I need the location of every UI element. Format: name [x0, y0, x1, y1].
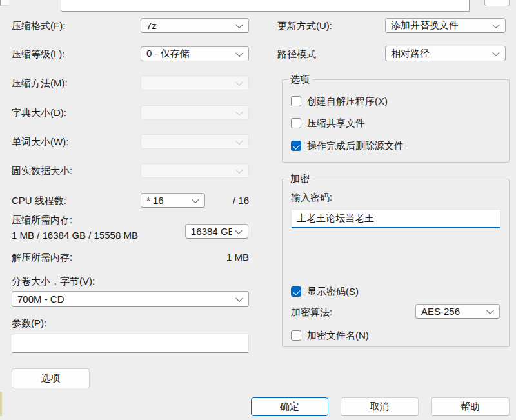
help-button-label: 帮助: [461, 401, 480, 413]
ok-button[interactable]: 确定: [251, 397, 328, 416]
level-value: 0 - 仅存储: [146, 48, 190, 60]
memory-compress-select[interactable]: 16384 GB: [185, 224, 248, 239]
options-group: 选项 创建自解压程序(X) 压缩共享文件 操作完成后删除源文件: [282, 79, 510, 163]
threads-max-text: / 16: [219, 195, 249, 206]
checkbox-label: 加密文件名(N): [307, 330, 369, 341]
level-label: 压缩等级(L):: [12, 48, 65, 60]
chevron-down-icon: [235, 21, 243, 28]
path-mode-value: 相对路径: [391, 48, 430, 60]
split-volume-combo[interactable]: 700M - CD: [12, 291, 249, 307]
path-mode-label: 路径模式: [277, 48, 316, 60]
chevron-down-icon: [492, 49, 499, 56]
checkbox-box[interactable]: [291, 96, 301, 106]
encryption-method-select[interactable]: AES-256: [415, 304, 500, 319]
checkbox-label: 创建自解压程序(X): [307, 95, 388, 107]
checkmark-icon: [293, 142, 300, 149]
threads-select[interactable]: * 16: [141, 193, 205, 208]
options-group-title: 选项: [288, 74, 312, 85]
format-value: 7z: [146, 20, 157, 31]
password-input[interactable]: 上老王论坛当老王: [291, 209, 501, 228]
chevron-down-icon: [235, 166, 243, 173]
password-value: 上老王论坛当老王: [297, 212, 374, 225]
cropped-window-fragment: [0, 0, 9, 6]
memory-compress-detail: 1 MB / 16384 GB / 15558 MB: [12, 230, 138, 241]
encryption-group: 加密 输入密码: 上老王论坛当老王 显示密码(S) 加密算法: AES-256 …: [282, 179, 510, 347]
parameters-input[interactable]: [12, 334, 249, 353]
split-volume-value: 700M - CD: [17, 294, 64, 305]
checkbox-create-sfx[interactable]: 创建自解压程序(X): [291, 95, 388, 107]
options-button-label: 选项: [41, 372, 61, 385]
memory-decompress-text: 1 MB: [205, 252, 249, 263]
update-mode-select[interactable]: 添加并替换文件: [385, 18, 506, 33]
checkbox-box[interactable]: [291, 330, 301, 341]
checkbox-box[interactable]: [291, 286, 301, 297]
threads-max-value: / 16: [219, 195, 249, 206]
cancel-button[interactable]: 取消: [341, 397, 419, 416]
chevron-down-icon: [235, 49, 243, 56]
chevron-down-icon: [492, 21, 499, 28]
chevron-down-icon: [235, 78, 243, 85]
screen-edge-artifact: [0, 392, 2, 416]
options-button[interactable]: 选项: [12, 368, 90, 388]
method-label: 压缩方法(M):: [12, 77, 68, 89]
add-to-archive-dialog: 压缩格式(F): 7z 压缩等级(L): 0 - 仅存储 压缩方法(M): 字典…: [0, 0, 516, 420]
help-button[interactable]: 帮助: [431, 397, 510, 416]
path-mode-select[interactable]: 相对路径: [385, 46, 506, 61]
chevron-down-icon: [235, 137, 243, 144]
chevron-down-icon: [235, 108, 243, 115]
encryption-group-title: 加密: [288, 173, 312, 185]
memory-compress-value: 16384 GB: [191, 226, 232, 237]
text-caret: [375, 214, 375, 224]
method-select: [141, 75, 249, 90]
checkbox-box[interactable]: [291, 118, 301, 128]
parameters-label: 参数(P):: [12, 317, 46, 329]
memory-compress-label: 压缩所需内存:: [12, 214, 72, 226]
format-label: 压缩格式(F):: [12, 20, 65, 32]
cancel-button-label: 取消: [370, 401, 390, 413]
ok-button-label: 确定: [280, 401, 299, 413]
checkbox-delete-after[interactable]: 操作完成后删除源文件: [291, 140, 404, 152]
checkbox-compress-shared[interactable]: 压缩共享文件: [291, 117, 365, 129]
password-label: 输入密码:: [291, 192, 332, 203]
checkbox-label: 压缩共享文件: [307, 117, 365, 129]
checkmark-icon: [293, 288, 300, 295]
word-size-label: 单词大小(W):: [12, 136, 68, 148]
encryption-method-label: 加密算法:: [291, 306, 332, 318]
solid-block-select: [141, 163, 249, 178]
chevron-down-icon: [486, 306, 493, 314]
dictionary-label: 字典大小(D):: [12, 107, 66, 119]
checkbox-encrypt-filenames[interactable]: 加密文件名(N): [291, 330, 369, 341]
threads-label: CPU 线程数:: [12, 195, 66, 206]
chevron-down-icon: [235, 294, 243, 301]
chevron-down-icon: [192, 195, 199, 203]
encryption-method-value: AES-256: [421, 306, 460, 317]
format-select[interactable]: 7z: [141, 18, 249, 33]
update-mode-label: 更新方式(U):: [277, 20, 332, 32]
split-volume-label: 分卷大小，字节(V):: [12, 275, 95, 287]
level-select[interactable]: 0 - 仅存储: [141, 46, 249, 61]
chevron-down-icon: [235, 226, 242, 234]
checkbox-show-password[interactable]: 显示密码(S): [291, 286, 359, 297]
cropped-archive-name-combo[interactable]: [61, 0, 470, 12]
cropped-browse-button[interactable]: [484, 0, 510, 6]
word-size-select: [141, 134, 249, 149]
dictionary-select: [141, 105, 249, 120]
checkbox-box[interactable]: [291, 141, 301, 151]
checkbox-label: 显示密码(S): [307, 286, 359, 297]
memory-decompress-value: 1 MB: [205, 252, 249, 263]
update-mode-value: 添加并替换文件: [391, 19, 459, 32]
solid-block-label: 固实数据大小:: [12, 165, 72, 177]
checkbox-label: 操作完成后删除源文件: [307, 140, 404, 152]
memory-decompress-label: 解压所需内存:: [12, 252, 72, 263]
threads-value: * 16: [146, 195, 164, 206]
